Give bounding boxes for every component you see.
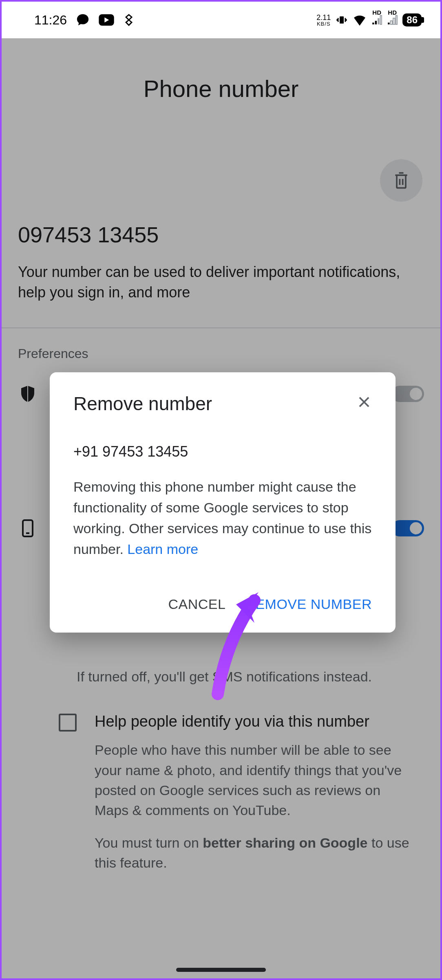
cancel-button[interactable]: CANCEL [168,596,225,612]
divider [2,327,440,328]
remove-number-dialog: Remove number +91 97453 13455 Removing t… [50,372,396,633]
identify-desc: People who have this number will be able… [95,740,412,820]
battery-indicator: 86 [402,13,422,26]
close-icon[interactable] [356,393,372,414]
pref-trailing-desc: If turned off, you'll get SMS notificati… [18,667,424,687]
dialog-phone-number: +91 97453 13455 [73,443,372,460]
svg-rect-3 [375,21,377,24]
svg-rect-2 [372,23,374,24]
dialog-title: Remove number [73,393,212,415]
phone-frame-icon [18,519,38,538]
svg-rect-1 [340,16,344,24]
page-title: Phone number [18,38,424,159]
vibrate-icon [336,14,348,26]
toggle-1[interactable] [391,386,424,402]
nav-indicator[interactable] [176,968,266,972]
chat-bubble-icon [76,13,90,27]
preferences-label: Preferences [18,346,424,361]
phone-number-display: 097453 13455 [18,222,424,247]
signal-icon-1: HD [371,15,382,25]
remove-number-button[interactable]: REMOVE NUMBER [245,596,372,612]
status-bar: 11:26 2.11 KB/S HD HD 86 [2,2,440,38]
network-speed: 2.11 KB/S [316,14,331,26]
svg-rect-8 [393,18,395,24]
shield-icon [18,384,38,404]
fit-icon [123,13,135,27]
signal-icon-2: HD [387,15,398,25]
delete-button[interactable] [380,159,422,202]
svg-rect-9 [396,15,397,24]
svg-rect-7 [391,21,392,24]
toggle-2[interactable] [391,520,424,536]
youtube-icon [99,14,114,26]
svg-rect-5 [380,15,382,24]
phone-description: Your number can be used to deliver impor… [18,262,424,327]
status-time: 11:26 [34,13,67,28]
identify-title: Help people identify you via this number [95,711,412,732]
svg-rect-4 [378,18,379,24]
wifi-icon [353,14,367,26]
dialog-body: Removing this phone number might cause t… [73,477,372,560]
learn-more-link[interactable]: Learn more [127,541,198,557]
identify-note: You must turn on better sharing on Googl… [95,833,412,873]
svg-rect-6 [388,23,389,24]
identify-checkbox[interactable] [59,714,77,732]
